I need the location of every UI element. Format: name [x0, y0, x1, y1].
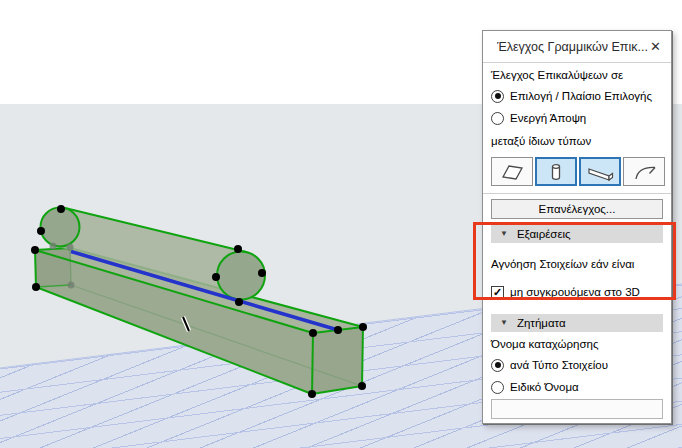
checkbox-icon: ✓ — [491, 286, 504, 299]
radio-icon — [491, 90, 504, 103]
slab-icon — [498, 162, 526, 182]
beam-icon — [586, 162, 614, 182]
type-button-beam[interactable] — [579, 157, 621, 186]
radio-per-element-type[interactable]: ανά Τύπο Στοιχείου — [491, 357, 663, 373]
issues-section-header[interactable]: ▼ Ζητήματα — [491, 314, 663, 332]
title-separator — [483, 62, 671, 63]
recheck-button[interactable]: Επανέλεγχος... — [491, 199, 663, 219]
section-header-label: Εξαιρέσεις — [517, 228, 571, 240]
close-icon[interactable]: ✕ — [650, 39, 661, 54]
radio-active-view[interactable]: Ενεργή Άποψη — [491, 110, 663, 126]
dialog-title: Έλεγχος Γραμμικών Επικ... — [497, 40, 650, 54]
ignore-elements-label: Αγνόηση Στοιχείων εάν είναι — [491, 256, 663, 272]
radio-custom-name[interactable]: Ειδικό Όνομα — [491, 379, 663, 395]
radio-label: Ενεργή Άποψη — [510, 112, 586, 124]
dialog-titlebar[interactable]: Έλεγχος Γραμμικών Επικ... ✕ — [483, 31, 671, 62]
curve-icon — [630, 162, 658, 182]
radio-label: ανά Τύπο Στοιχείου — [510, 359, 608, 371]
scope-label: Έλεγχος Επικαλύψεων σε — [491, 67, 663, 83]
collision-check-dialog: Έλεγχος Γραμμικών Επικ... ✕ Έλεγχος Επικ… — [482, 30, 672, 424]
checkbox-not-colliding-3d[interactable]: ✓ μη συγκρουόμενα στο 3D — [491, 284, 663, 300]
radio-icon — [491, 359, 504, 372]
type-button-slab[interactable] — [491, 157, 533, 186]
section-header-label: Ζητήματα — [517, 317, 566, 329]
custom-name-input[interactable] — [491, 399, 663, 419]
entry-name-label: Όνομα καταχώρησης — [491, 336, 663, 352]
radio-label: Ειδικό Όνομα — [510, 381, 579, 393]
collapse-triangle-icon: ▼ — [500, 230, 508, 238]
checkbox-label: μη συγκρουόμενα στο 3D — [510, 286, 640, 298]
column-icon — [542, 162, 570, 182]
radio-selection-marquee[interactable]: Επιλογή / Πλαίσιο Επιλογής — [491, 88, 663, 104]
between-types-label: μεταξύ ίδιων τύπων — [491, 133, 663, 149]
type-button-column[interactable] — [535, 157, 577, 186]
element-type-buttons — [491, 157, 665, 186]
radio-icon — [491, 112, 504, 125]
collapse-triangle-icon: ▼ — [500, 319, 508, 327]
radio-icon — [491, 381, 504, 394]
buttons-separator — [483, 193, 671, 194]
exceptions-section-header[interactable]: ▼ Εξαιρέσεις — [491, 225, 663, 243]
type-button-curve[interactable] — [623, 157, 665, 186]
radio-label: Επιλογή / Πλαίσιο Επιλογής — [510, 90, 652, 102]
